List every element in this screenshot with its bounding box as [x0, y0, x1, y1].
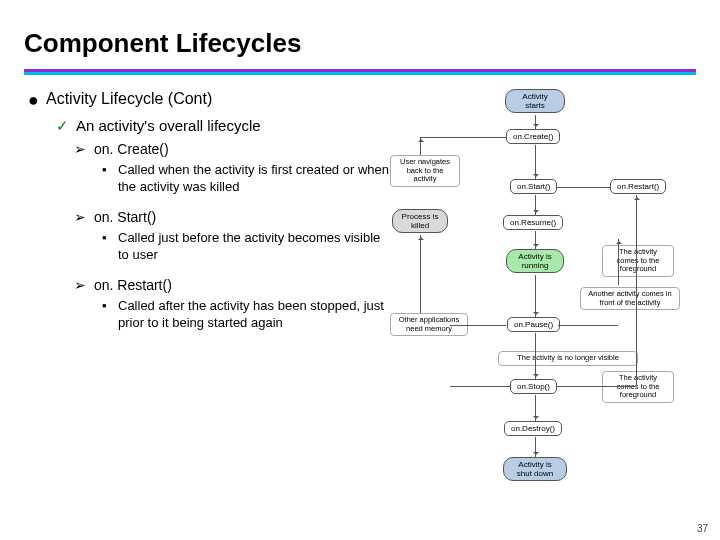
bullet-oncreate-desc: ▪ Called when the activity is first crea… — [102, 162, 390, 196]
node-shutdown: Activity is shut down — [503, 457, 567, 481]
content-row: ● Activity Lifecycle (Cont) ✓ An activit… — [0, 89, 720, 344]
arrow-up — [636, 195, 637, 386]
label-nav-back: User navigates back to the activity — [390, 155, 460, 187]
title-underline — [24, 69, 696, 75]
arrow-up — [420, 235, 421, 313]
node-onpause: on.Pause() — [507, 317, 560, 332]
bullet-oncreate: ➢ on. Create() — [74, 140, 390, 158]
connector — [558, 325, 618, 326]
arrow — [535, 275, 536, 317]
node-killed: Process is killed — [392, 209, 448, 233]
square-icon: ▪ — [102, 162, 118, 196]
onrestart-desc: Called after the activity has been stopp… — [118, 298, 390, 332]
arrow — [535, 395, 536, 421]
bullet-onstart-desc: ▪ Called just before the activity become… — [102, 230, 390, 264]
arrow-up — [420, 137, 421, 155]
page-title: Component Lifecycles — [0, 0, 720, 65]
bullet-onstart: ➢ on. Start() — [74, 208, 390, 226]
arrow-icon: ➢ — [74, 140, 94, 158]
square-icon: ▪ — [102, 230, 118, 264]
bullet-l2: ✓ An activity's overall lifecycle — [56, 116, 390, 136]
oncreate-label: on. Create() — [94, 140, 169, 158]
bullet-dot-icon: ● — [28, 89, 46, 112]
arrow-icon: ➢ — [74, 276, 94, 294]
label-no-longer-visible: The activity is no longer visible — [498, 351, 638, 366]
bullet-l1: ● Activity Lifecycle (Cont) — [28, 89, 390, 112]
oncreate-desc: Called when the activity is first create… — [118, 162, 390, 196]
connector — [556, 386, 636, 387]
arrow — [535, 195, 536, 215]
onstart-label: on. Start() — [94, 208, 156, 226]
node-onstart: on.Start() — [510, 179, 557, 194]
bullet-column: ● Activity Lifecycle (Cont) ✓ An activit… — [0, 89, 390, 344]
bullet-l1-text: Activity Lifecycle (Cont) — [46, 89, 212, 112]
arrow — [535, 333, 536, 379]
node-ondestroy: on.Destroy() — [504, 421, 562, 436]
page-number: 37 — [697, 523, 708, 534]
label-foreground: The activity comes to the foreground — [602, 245, 674, 277]
square-icon: ▪ — [102, 298, 118, 332]
bullet-l2-text: An activity's overall lifecycle — [76, 116, 261, 136]
bullet-onrestart-desc: ▪ Called after the activity has been sto… — [102, 298, 390, 332]
node-activity-start: Activity starts — [505, 89, 565, 113]
arrow — [535, 231, 536, 249]
arrow-icon: ➢ — [74, 208, 94, 226]
connector — [556, 187, 610, 188]
arrow — [535, 145, 536, 179]
label-another-front: Another activity comes in front of the a… — [580, 287, 680, 310]
arrow — [535, 115, 536, 129]
diagram: Activity starts on.Create() on.Start() o… — [390, 89, 720, 344]
connector — [450, 386, 510, 387]
node-running: Activity is running — [506, 249, 564, 273]
connector — [450, 325, 506, 326]
node-oncreate: on.Create() — [506, 129, 560, 144]
node-onresume: on.Resume() — [503, 215, 563, 230]
check-icon: ✓ — [56, 116, 76, 136]
arrow — [535, 437, 536, 457]
arrow-up — [618, 239, 619, 285]
node-onstop: on.Stop() — [510, 379, 557, 394]
node-onrestart: on.Restart() — [610, 179, 666, 194]
onrestart-label: on. Restart() — [94, 276, 172, 294]
bullet-onrestart: ➢ on. Restart() — [74, 276, 390, 294]
connector — [420, 137, 506, 138]
onstart-desc: Called just before the activity becomes … — [118, 230, 390, 264]
